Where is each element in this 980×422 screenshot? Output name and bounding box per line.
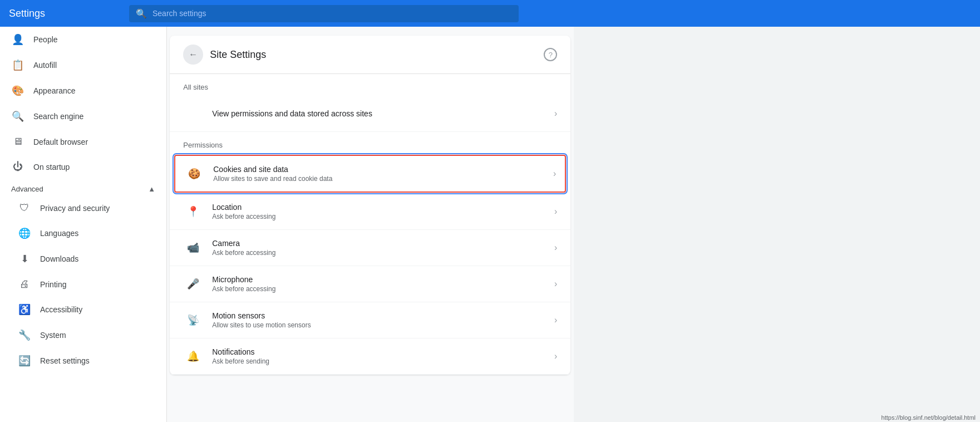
sidebar-label-languages: Languages: [40, 229, 78, 238]
motion-sensors-content: Motion sensors Allow sites to use motion…: [212, 311, 554, 329]
search-input[interactable]: [152, 9, 512, 18]
default-browser-icon: 🖥: [11, 136, 24, 148]
on-startup-icon: ⏻: [11, 161, 24, 173]
camera-icon: 📹: [183, 238, 203, 258]
cookies-content: Cookies and site data Allow sites to sav…: [213, 165, 553, 183]
site-settings-header: ← Site Settings ?: [170, 36, 570, 74]
location-title: Location: [212, 203, 554, 212]
camera-row[interactable]: 📹 Camera Ask before accessing ›: [170, 230, 570, 266]
sidebar-label-on-startup: On startup: [33, 163, 70, 171]
advanced-label: Advanced: [11, 185, 43, 193]
page-title: Site Settings: [210, 49, 266, 61]
notifications-content: Notifications Ask before sending: [212, 347, 554, 365]
motion-sensors-arrow: ›: [554, 315, 557, 325]
camera-content: Camera Ask before accessing: [212, 239, 554, 257]
search-engine-icon: 🔍: [11, 110, 24, 122]
accessibility-icon: ♿: [18, 303, 31, 316]
sidebar-item-search-engine[interactable]: 🔍 Search engine: [0, 104, 166, 129]
sidebar: 👤 People 📋 Autofill 🎨 Appearance 🔍 Searc…: [0, 27, 167, 422]
sidebar-label-reset: Reset settings: [40, 356, 90, 365]
view-permissions-title: View permissions and data stored across …: [212, 109, 554, 118]
sidebar-item-system[interactable]: 🔧 System: [0, 322, 166, 348]
sidebar-label-downloads: Downloads: [40, 254, 78, 263]
sidebar-label-accessibility: Accessibility: [40, 305, 82, 314]
cookies-row[interactable]: 🍪 Cookies and site data Allow sites to s…: [174, 155, 566, 193]
notifications-row[interactable]: 🔔 Notifications Ask before sending ›: [170, 338, 570, 375]
location-content: Location Ask before accessing: [212, 203, 554, 220]
search-bar[interactable]: 🔍: [129, 5, 519, 22]
content-area: ← Site Settings ? All sites View permiss…: [167, 27, 574, 422]
microphone-icon: 🎤: [183, 274, 203, 294]
help-icon[interactable]: ?: [544, 48, 557, 61]
motion-sensors-subtitle: Allow sites to use motion sensors: [212, 321, 554, 329]
sidebar-label-autofill: Autofill: [33, 61, 57, 70]
notifications-subtitle: Ask before sending: [212, 357, 554, 365]
right-panel: [574, 27, 981, 422]
header: Settings 🔍: [0, 0, 980, 27]
cookies-icon: 🍪: [184, 164, 204, 184]
view-permissions-arrow: ›: [554, 109, 557, 119]
privacy-icon: 🛡: [18, 202, 31, 214]
motion-sensors-icon: 📡: [183, 310, 203, 330]
location-icon: 📍: [183, 202, 203, 222]
microphone-title: Microphone: [212, 275, 554, 284]
microphone-row[interactable]: 🎤 Microphone Ask before accessing ›: [170, 266, 570, 302]
app-title: Settings: [9, 8, 120, 19]
microphone-content: Microphone Ask before accessing: [212, 275, 554, 293]
sidebar-label-appearance: Appearance: [33, 86, 76, 95]
collapse-icon: ▲: [148, 185, 155, 193]
sidebar-item-languages[interactable]: 🌐 Languages: [0, 220, 166, 246]
system-icon: 🔧: [18, 329, 31, 341]
person-icon: 👤: [11, 33, 24, 46]
content-card: ← Site Settings ? All sites View permiss…: [170, 36, 570, 375]
sidebar-item-appearance[interactable]: 🎨 Appearance: [0, 78, 166, 104]
url-bar: https://blog.sinf.net/blog/detail.html: [877, 413, 980, 422]
sidebar-item-on-startup[interactable]: ⏻ On startup: [0, 154, 166, 179]
location-arrow: ›: [554, 207, 557, 217]
back-button[interactable]: ←: [183, 45, 203, 65]
permissions-label: Permissions: [170, 132, 570, 154]
sidebar-label-search-engine: Search engine: [33, 112, 83, 121]
advanced-section-header[interactable]: Advanced ▲: [0, 179, 166, 195]
sidebar-item-people[interactable]: 👤 People: [0, 27, 166, 52]
main-layout: 👤 People 📋 Autofill 🎨 Appearance 🔍 Searc…: [0, 27, 980, 422]
camera-title: Camera: [212, 239, 554, 248]
camera-arrow: ›: [554, 243, 557, 253]
sidebar-label-system: System: [40, 331, 66, 340]
all-sites-label: All sites: [170, 74, 570, 96]
motion-sensors-title: Motion sensors: [212, 311, 554, 320]
sidebar-label-privacy: Privacy and security: [40, 204, 110, 213]
camera-subtitle: Ask before accessing: [212, 249, 554, 257]
printing-icon: 🖨: [18, 278, 31, 290]
view-permissions-row[interactable]: View permissions and data stored across …: [170, 96, 570, 132]
notifications-arrow: ›: [554, 351, 557, 361]
sidebar-item-autofill[interactable]: 📋 Autofill: [0, 52, 166, 78]
sidebar-item-reset-settings[interactable]: 🔄 Reset settings: [0, 348, 166, 374]
languages-icon: 🌐: [18, 227, 31, 239]
notifications-icon: 🔔: [183, 346, 203, 366]
cookies-subtitle: Allow sites to save and read cookie data: [213, 175, 553, 183]
sidebar-label-default-browser: Default browser: [33, 138, 88, 146]
sidebar-item-printing[interactable]: 🖨 Printing: [0, 272, 166, 297]
cookies-arrow: ›: [553, 169, 556, 179]
autofill-icon: 📋: [11, 59, 24, 71]
header-left: ← Site Settings: [183, 45, 266, 65]
sidebar-item-downloads[interactable]: ⬇ Downloads: [0, 246, 166, 272]
sidebar-label-people: People: [33, 35, 58, 44]
view-permissions-content: View permissions and data stored across …: [212, 109, 554, 118]
location-subtitle: Ask before accessing: [212, 213, 554, 220]
downloads-icon: ⬇: [18, 253, 31, 265]
reset-icon: 🔄: [18, 355, 31, 367]
microphone-arrow: ›: [554, 279, 557, 289]
sidebar-item-privacy-security[interactable]: 🛡 Privacy and security: [0, 195, 166, 220]
sidebar-label-printing: Printing: [40, 280, 66, 289]
search-icon: 🔍: [136, 8, 147, 19]
motion-sensors-row[interactable]: 📡 Motion sensors Allow sites to use moti…: [170, 302, 570, 338]
location-row[interactable]: 📍 Location Ask before accessing ›: [170, 194, 570, 230]
sidebar-item-accessibility[interactable]: ♿ Accessibility: [0, 297, 166, 322]
cookies-title: Cookies and site data: [213, 165, 553, 174]
microphone-subtitle: Ask before accessing: [212, 285, 554, 293]
sidebar-item-default-browser[interactable]: 🖥 Default browser: [0, 129, 166, 154]
notifications-title: Notifications: [212, 347, 554, 356]
view-permissions-icon: [183, 104, 203, 124]
